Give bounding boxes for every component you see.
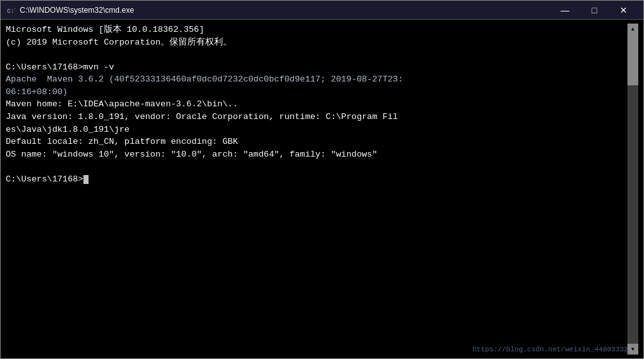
default-locale-line: Default locale: zh_CN, platform encoding… <box>6 137 238 146</box>
console-body[interactable]: Microsoft Windows [版本 10.0.18362.356] (c… <box>1 20 643 358</box>
cmd-icon: C:\ <box>6 5 16 15</box>
window-controls: — □ ✕ <box>550 1 638 20</box>
scrollbar-track[interactable] <box>627 34 638 344</box>
maximize-button[interactable]: □ <box>580 1 609 20</box>
window-title: C:\WINDOWS\system32\cmd.exe <box>20 6 134 15</box>
prompt-line1: C:\Users\17168>mvn -v <box>6 62 114 72</box>
scroll-down-arrow[interactable]: ▼ <box>627 344 638 355</box>
maven-version-line2: 06:16+08:00) <box>6 87 68 97</box>
scroll-up-arrow[interactable]: ▲ <box>627 24 638 34</box>
scrollbar-thumb[interactable] <box>627 34 638 85</box>
title-bar-left: C:\ C:\WINDOWS\system32\cmd.exe <box>6 5 134 15</box>
watermark: https://blog.csdn.net/weixin_44603332 <box>473 346 628 353</box>
maven-home-line: Maven home: E:\IDEA\apache-maven-3.6.2\b… <box>6 99 238 109</box>
java-version-line2: es\Java\jdk1.8.0_191\jre <box>6 125 129 134</box>
svg-text:C:\: C:\ <box>7 8 15 15</box>
header-line1: Microsoft Windows [版本 10.0.18362.356] <box>6 25 204 34</box>
os-name-line: OS name: ″windows 10″, version: ″10.0″, … <box>6 150 377 159</box>
cmd-window: C:\ C:\WINDOWS\system32\cmd.exe — □ ✕ Mi… <box>0 0 644 359</box>
java-version-line1: Java version: 1.8.0_191, vendor: Oracle … <box>6 112 398 122</box>
minimize-button[interactable]: — <box>550 1 580 20</box>
title-bar: C:\ C:\WINDOWS\system32\cmd.exe — □ ✕ <box>1 1 643 20</box>
maven-version-line1: Apache Maven 3.6.2 (40f52333136460af0dc0… <box>6 74 403 84</box>
console-output: Microsoft Windows [版本 10.0.18362.356] (c… <box>6 24 627 355</box>
header-line2: (c) 2019 Microsoft Corporation。保留所有权利。 <box>6 38 232 47</box>
scrollbar[interactable]: ▲ ▼ <box>627 24 638 355</box>
cursor <box>83 175 89 184</box>
close-button[interactable]: ✕ <box>609 1 638 20</box>
prompt-line2: C:\Users\17168> <box>6 174 83 184</box>
